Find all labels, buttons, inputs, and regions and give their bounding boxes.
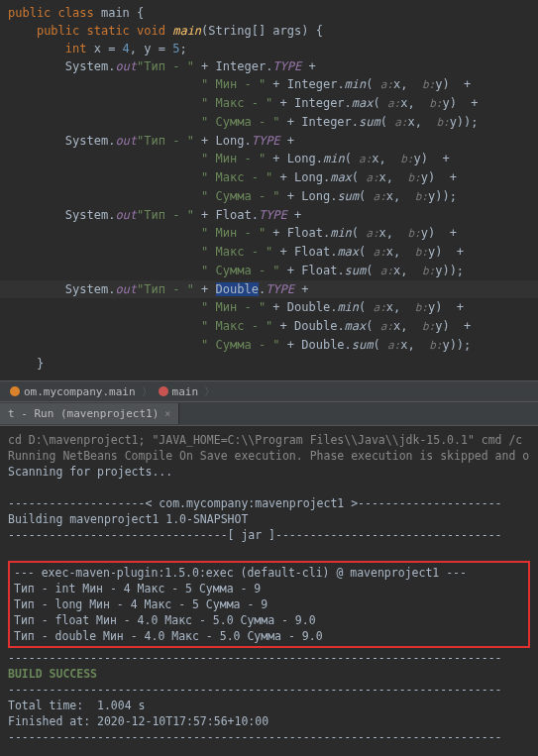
code-line: " Мин - " + Double.min( a:x, b:y) + bbox=[0, 298, 538, 317]
tab-bar: t - Run (mavenproject1) × bbox=[0, 402, 538, 426]
code-line: System.out"Тип - " + Float.TYPE + bbox=[0, 206, 538, 224]
console-line: Тип - double Мин - 4.0 Макс - 5.0 Сумма … bbox=[14, 628, 524, 644]
code-line: System.out"Тип - " + Double.TYPE + bbox=[0, 280, 538, 298]
console-line: Running NetBeans Compile On Save executi… bbox=[8, 448, 530, 464]
method-icon bbox=[159, 386, 168, 396]
console-output[interactable]: cd D:\mavenproject1; "JAVA_HOME=C:\\Prog… bbox=[0, 426, 538, 751]
console-line: ----------------------------------------… bbox=[8, 650, 530, 666]
chevron-right-icon: 〉 bbox=[142, 384, 153, 399]
console-line: BUILD SUCCESS bbox=[8, 666, 530, 682]
breadcrumb-label: main bbox=[172, 385, 199, 398]
code-line: } bbox=[0, 355, 538, 373]
console-line: Тип - long Мин - 4 Макс - 5 Сумма - 9 bbox=[14, 596, 524, 612]
console-line: Finished at: 2020-12-10T17:57:56+10:00 bbox=[8, 713, 530, 729]
console-line: ----------------------------------------… bbox=[8, 729, 530, 745]
code-line: System.out"Тип - " + Long.TYPE + bbox=[0, 132, 538, 150]
code-line: " Макс - " + Long.max( a:x, b:y) + bbox=[0, 168, 538, 187]
console-line: Тип - int Мин - 4 Макс - 5 Сумма - 9 bbox=[14, 581, 524, 596]
code-line: " Мин - " + Integer.min( a:x, b:y) + bbox=[0, 75, 538, 94]
code-line: " Сумма - " + Double.sum( a:x, b:y)); bbox=[0, 336, 538, 355]
breadcrumb-item[interactable]: main bbox=[153, 385, 205, 398]
code-line: " Мин - " + Float.min( a:x, b:y) + bbox=[0, 224, 538, 243]
console-line: --- exec-maven-plugin:1.5.0:exec (defaul… bbox=[14, 565, 524, 581]
console-line: ----------------------------------------… bbox=[8, 682, 530, 698]
code-line: System.out"Тип - " + Integer.TYPE + bbox=[0, 57, 538, 75]
console-line: Тип - float Мин - 4.0 Макс - 5.0 Сумма -… bbox=[14, 612, 524, 628]
console-line bbox=[8, 543, 530, 559]
tab-label: t - Run (mavenproject1) bbox=[8, 407, 159, 420]
code-line: public static void main(String[] args) { bbox=[0, 22, 538, 40]
breadcrumb-label: om.mycompany.main bbox=[24, 385, 136, 398]
code-editor[interactable]: public class main { public static void m… bbox=[0, 0, 538, 380]
console-line: Scanning for projects... bbox=[8, 464, 530, 480]
code-line: public class main { bbox=[0, 4, 538, 22]
close-icon[interactable]: × bbox=[164, 408, 170, 419]
console-line: --------------------------------[ jar ]-… bbox=[8, 527, 530, 543]
run-tab[interactable]: t - Run (mavenproject1) × bbox=[0, 403, 179, 424]
console-line: cd D:\mavenproject1; "JAVA_HOME=C:\\Prog… bbox=[8, 432, 530, 448]
chevron-right-icon: 〉 bbox=[204, 384, 215, 399]
console-line: --------------------< com.mycompany:mave… bbox=[8, 495, 530, 511]
code-line: " Макс - " + Integer.max( a:x, b:y) + bbox=[0, 94, 538, 113]
code-line: " Сумма - " + Integer.sum( a:x, b:y)); bbox=[0, 113, 538, 132]
code-line: " Макс - " + Double.max( a:x, b:y) + bbox=[0, 317, 538, 336]
class-icon bbox=[10, 386, 20, 396]
console-line: Building mavenproject1 1.0-SNAPSHOT bbox=[8, 511, 530, 527]
breadcrumb-item[interactable]: om.mycompany.main bbox=[4, 385, 142, 398]
console-line bbox=[8, 480, 530, 495]
code-line: " Мин - " + Long.min( a:x, b:y) + bbox=[0, 150, 538, 168]
code-line: " Сумма - " + Long.sum( a:x, b:y)); bbox=[0, 187, 538, 206]
console-line: Total time: 1.004 s bbox=[8, 698, 530, 713]
code-line: " Сумма - " + Float.sum( a:x, b:y)); bbox=[0, 262, 538, 280]
code-line: " Макс - " + Float.max( a:x, b:y) + bbox=[0, 243, 538, 262]
code-line: int x = 4, y = 5; bbox=[0, 40, 538, 57]
breadcrumb: om.mycompany.main 〉 main 〉 bbox=[0, 380, 538, 402]
highlighted-output: --- exec-maven-plugin:1.5.0:exec (defaul… bbox=[8, 561, 530, 648]
